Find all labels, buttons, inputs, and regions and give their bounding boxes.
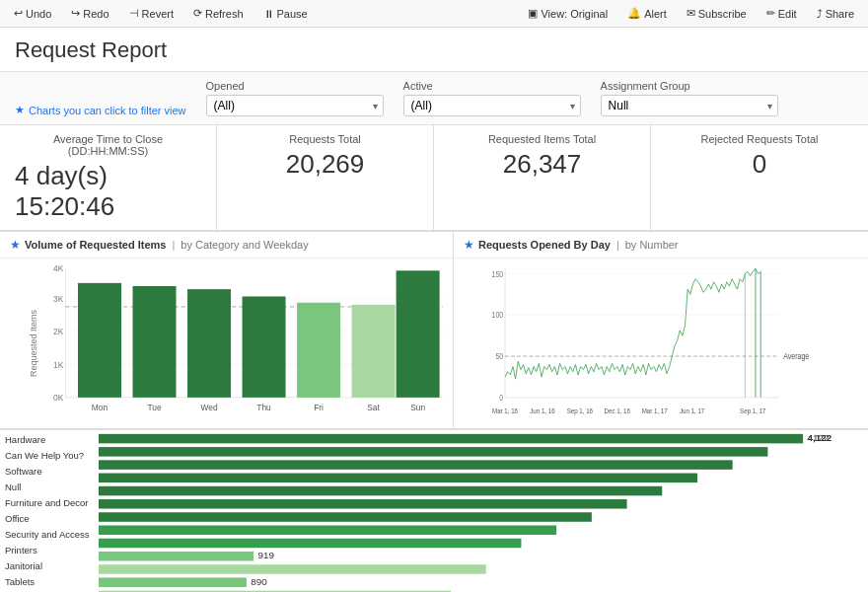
svg-text:50: 50	[495, 352, 503, 362]
line-chart-panel: ★ Requests Opened By Day | by Number 0 5…	[454, 232, 868, 428]
kpi-rejected-value: 0	[753, 149, 766, 180]
kpi-rejected-label: Rejected Requests Total	[700, 133, 818, 145]
kpi-requests-label: Requests Total	[289, 133, 361, 145]
active-filter-group: Active (All)	[403, 80, 581, 116]
list-item: Can We Help You?	[5, 448, 94, 464]
svg-text:Sep 1, 17: Sep 1, 17	[740, 407, 766, 415]
page-title: Request Report	[15, 37, 853, 63]
line-chart-title: Requests Opened By Day	[478, 239, 611, 251]
bar-chart-svg: 0K 1K 2K 3K 4K Mon Tue Wed Thu Fri	[35, 263, 448, 423]
hbar-rect[interactable]	[99, 564, 486, 574]
kpi-row: Average Time to Close (DD:HH:MM:SS) 4 da…	[0, 125, 868, 232]
hbar-rect[interactable]	[99, 552, 253, 561]
assignment-filter-group: Assignment Group Null	[601, 80, 778, 116]
share-button[interactable]: ⤴ Share	[813, 6, 858, 22]
subscribe-button[interactable]: ✉ Subscribe	[683, 5, 751, 22]
hbar-rect[interactable]	[99, 499, 627, 509]
edit-button[interactable]: ✏ Edit	[762, 5, 801, 22]
svg-rect-23	[397, 270, 440, 398]
svg-text:Average: Average	[783, 352, 809, 362]
line-chart-header: ★ Requests Opened By Day | by Number	[454, 232, 868, 259]
star-icon: ★	[15, 104, 25, 116]
view-original-button[interactable]: ▣ View: Original	[524, 5, 612, 22]
active-label: Active	[403, 80, 581, 92]
refresh-button[interactable]: ⟳ Refresh	[189, 5, 248, 22]
line-chart-star-icon: ★	[464, 238, 474, 252]
assignment-label: Assignment Group	[601, 80, 778, 92]
assignment-select-wrapper: Null	[601, 95, 778, 116]
list-item: Null	[5, 480, 94, 495]
share-icon: ⤴	[817, 8, 823, 20]
undo-icon: ↩	[14, 7, 23, 20]
svg-rect-13	[133, 286, 177, 398]
bottom-area: HardwareCan We Help You?SoftwareNullFurn…	[0, 429, 868, 592]
pause-button[interactable]: ⏸ Pause	[259, 6, 312, 22]
hbar-rect[interactable]	[99, 474, 697, 483]
kpi-items-label: Requested Items Total	[488, 133, 596, 145]
svg-text:1K: 1K	[53, 360, 64, 370]
bar-chart-star-icon: ★	[10, 238, 21, 252]
alert-button[interactable]: 🔔 Alert	[623, 5, 671, 22]
toolbar: ↩ Undo ↪ Redo ⊣ Revert ⟳ Refresh ⏸ Pause…	[0, 0, 868, 28]
y-axis-label: Requested Items	[29, 310, 38, 377]
undo-button[interactable]: ↩ Undo	[10, 5, 55, 22]
hbar-rect[interactable]	[99, 526, 556, 536]
hbar-rect[interactable]	[99, 539, 521, 549]
list-item: Printers	[5, 543, 94, 558]
charts-row: ★ Volume of Requested Items | by Categor…	[0, 232, 868, 429]
svg-text:Sat: Sat	[367, 403, 380, 412]
hbar-rect[interactable]	[99, 447, 767, 457]
opened-label: Opened	[206, 80, 384, 92]
active-select-wrapper: (All)	[403, 95, 581, 116]
kpi-avg-time: Average Time to Close (DD:HH:MM:SS) 4 da…	[0, 125, 217, 230]
bar-chart-area[interactable]: Requested Items 0K 1K 2K 3K 4K Mon	[0, 259, 453, 428]
active-select[interactable]: (All)	[403, 95, 581, 116]
hbar-rect[interactable]	[99, 460, 733, 470]
svg-text:0K: 0K	[53, 393, 64, 403]
redo-icon: ↪	[71, 7, 80, 20]
redo-button[interactable]: ↪ Redo	[67, 5, 112, 22]
svg-text:Wed: Wed	[200, 403, 217, 412]
svg-text:2K: 2K	[53, 327, 64, 336]
svg-rect-15	[187, 289, 231, 398]
hbar-rect[interactable]	[99, 512, 592, 522]
list-item: Hardware	[5, 432, 94, 448]
pause-icon: ⏸	[263, 8, 274, 20]
svg-text:3K: 3K	[53, 294, 64, 304]
line-chart-svg: 0 50 100 150 Mar 1, 16 Jun 1, 16 Sep 1, …	[483, 263, 814, 423]
svg-text:Thu: Thu	[256, 403, 271, 412]
svg-text:100: 100	[492, 311, 504, 321]
assignment-select[interactable]: Null	[601, 95, 778, 116]
svg-text:0: 0	[499, 393, 503, 403]
list-item: Janitorial	[5, 558, 94, 574]
revert-button[interactable]: ⊣ Revert	[125, 5, 178, 22]
kpi-items-value: 26,347	[503, 149, 582, 180]
line-chart-area[interactable]: 0 50 100 150 Mar 1, 16 Jun 1, 16 Sep 1, …	[454, 259, 868, 428]
svg-text:Jun 1, 16: Jun 1, 16	[530, 407, 555, 414]
svg-rect-21	[352, 305, 396, 398]
hbar-chart-svg: 41224,122919890878468	[99, 432, 868, 592]
svg-text:150: 150	[492, 269, 504, 279]
toolbar-right: ▣ View: Original 🔔 Alert ✉ Subscribe ✏ E…	[524, 5, 858, 22]
hbar-rect[interactable]	[99, 434, 803, 444]
filter-note: ★ Charts you can click to filter view	[15, 104, 186, 116]
line-chart-subtitle: by Number	[625, 239, 679, 251]
kpi-requests-total: Requests Total 20,269	[217, 125, 434, 230]
opened-select[interactable]: (All)	[206, 95, 384, 116]
bell-icon: 🔔	[627, 7, 641, 20]
hbar-rect[interactable]	[99, 577, 247, 587]
svg-text:Sep 1, 16: Sep 1, 16	[567, 407, 594, 415]
hbar-rect[interactable]	[99, 486, 662, 496]
bar-chart-header: ★ Volume of Requested Items | by Categor…	[0, 232, 453, 259]
svg-rect-19	[297, 303, 340, 398]
list-item: Office	[5, 511, 94, 527]
kpi-avg-time-label: Average Time to Close (DD:HH:MM:SS)	[15, 133, 201, 157]
view-icon: ▣	[528, 7, 538, 20]
hbar-chart[interactable]: 41224,122919890878468	[99, 430, 868, 592]
bar-chart-panel: ★ Volume of Requested Items | by Categor…	[0, 232, 454, 428]
list-item: Security and Access	[5, 527, 94, 543]
filter-row: ★ Charts you can click to filter view Op…	[0, 72, 868, 125]
hbar-value: 919	[257, 552, 274, 560]
hbar-top-value: 4,122	[807, 433, 832, 442]
svg-text:Mon: Mon	[92, 403, 108, 412]
